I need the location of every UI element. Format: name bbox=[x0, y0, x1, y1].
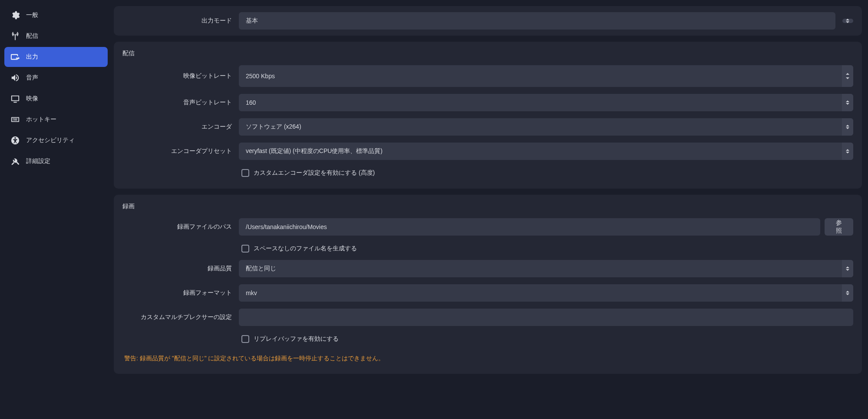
encoder-preset-stepper[interactable] bbox=[842, 143, 853, 160]
chevron-up-icon bbox=[846, 291, 849, 293]
output-mode-stepper[interactable] bbox=[842, 19, 853, 23]
muxer-settings-input[interactable] bbox=[239, 309, 853, 326]
chevron-down-icon bbox=[846, 152, 849, 153]
sidebar-item-label: 音声 bbox=[26, 74, 38, 82]
chevron-up-icon bbox=[846, 100, 849, 102]
video-bitrate-spinner[interactable]: 2500 Kbps bbox=[239, 65, 853, 87]
chevron-up-icon bbox=[846, 19, 849, 20]
sidebar-item-label: 映像 bbox=[26, 95, 38, 103]
audio-bitrate-label: 音声ビットレート bbox=[122, 99, 234, 106]
encoder-preset-select[interactable]: veryfast (既定値) (中程度のCPU使用率、標準品質) bbox=[239, 143, 853, 160]
sidebar-item-stream[interactable]: 配信 bbox=[4, 26, 108, 46]
settings-main: 出力モード 基本 配信 映像ビットレート 2500 Kbps bbox=[112, 0, 868, 419]
stream-section-title: 配信 bbox=[122, 50, 853, 57]
sidebar-item-video[interactable]: 映像 bbox=[4, 89, 108, 109]
nospace-filename-label: スペースなしのファイル名を生成する bbox=[254, 245, 357, 253]
sidebar-item-label: 配信 bbox=[26, 32, 38, 40]
chevron-down-icon bbox=[846, 77, 849, 79]
chevron-down-icon bbox=[846, 127, 849, 129]
chevron-down-icon bbox=[846, 269, 849, 271]
output-mode-select[interactable]: 基本 bbox=[239, 12, 835, 30]
antenna-icon bbox=[10, 31, 20, 41]
sidebar-item-hotkeys[interactable]: ホットキー bbox=[4, 110, 108, 130]
record-quality-label: 録画品質 bbox=[122, 265, 234, 273]
muxer-settings-label: カスタムマルチプレクサーの設定 bbox=[122, 313, 234, 321]
sidebar-item-label: 一般 bbox=[26, 11, 38, 19]
chevron-up-icon bbox=[846, 73, 849, 75]
sidebar-item-general[interactable]: 一般 bbox=[4, 5, 108, 25]
record-format-stepper[interactable] bbox=[842, 284, 853, 302]
monitor-icon bbox=[10, 94, 20, 103]
sidebar-item-label: 出力 bbox=[26, 53, 38, 61]
accessibility-icon bbox=[10, 136, 20, 145]
sidebar-item-accessibility[interactable]: アクセシビリティ bbox=[4, 130, 108, 150]
speaker-icon bbox=[10, 73, 20, 83]
chevron-up-icon bbox=[846, 125, 849, 126]
replay-buffer-label: リプレイバッファを有効にする bbox=[254, 335, 339, 343]
keyboard-icon bbox=[10, 115, 20, 124]
video-bitrate-label: 映像ビットレート bbox=[122, 72, 234, 80]
output-mode-label: 出力モード bbox=[122, 17, 234, 25]
sidebar-item-advanced[interactable]: 詳細設定 bbox=[4, 151, 108, 171]
stream-panel: 配信 映像ビットレート 2500 Kbps 音声ビットレート 160 bbox=[114, 42, 862, 189]
sidebar-item-label: 詳細設定 bbox=[26, 157, 50, 165]
chevron-up-icon bbox=[846, 149, 849, 151]
chevron-down-icon bbox=[846, 293, 849, 295]
output-icon bbox=[10, 52, 20, 62]
sidebar-item-audio[interactable]: 音声 bbox=[4, 68, 108, 88]
sidebar-item-label: ホットキー bbox=[26, 116, 56, 123]
tools-icon bbox=[10, 156, 20, 166]
encoder-stepper[interactable] bbox=[842, 118, 853, 136]
record-format-label: 録画フォーマット bbox=[122, 289, 234, 297]
video-bitrate-stepper[interactable] bbox=[842, 65, 853, 87]
settings-sidebar: 一般 配信 出力 音声 映像 ホットキー アクセシビリティ bbox=[0, 0, 112, 419]
record-section-title: 録画 bbox=[122, 203, 853, 210]
encoder-preset-label: エンコーダプリセット bbox=[122, 147, 234, 155]
nospace-filename-checkbox[interactable] bbox=[241, 245, 249, 253]
custom-encoder-checkbox[interactable] bbox=[241, 169, 249, 177]
chevron-down-icon bbox=[846, 103, 849, 105]
record-quality-stepper[interactable] bbox=[842, 260, 853, 277]
replay-buffer-checkbox[interactable] bbox=[241, 335, 249, 343]
record-quality-select[interactable]: 配信と同じ bbox=[239, 260, 853, 277]
record-path-input[interactable] bbox=[239, 218, 820, 236]
sidebar-item-output[interactable]: 出力 bbox=[4, 47, 108, 67]
audio-bitrate-stepper[interactable] bbox=[842, 94, 853, 111]
record-path-label: 録画ファイルのパス bbox=[122, 223, 234, 231]
custom-encoder-checkbox-label: カスタムエンコーダ設定を有効にする (高度) bbox=[254, 169, 375, 177]
gear-icon bbox=[10, 10, 20, 20]
chevron-up-icon bbox=[846, 266, 849, 268]
sidebar-item-label: アクセシビリティ bbox=[26, 136, 75, 144]
record-format-select[interactable]: mkv bbox=[239, 284, 853, 302]
recording-warning: 警告: 録画品質が "配信と同じ" に設定されている場合は録画を一時停止すること… bbox=[122, 350, 853, 364]
record-panel: 録画 録画ファイルのパス 参照 スペースなしのファイル名を生成する 録画品質 配… bbox=[114, 195, 862, 374]
browse-button[interactable]: 参照 bbox=[825, 218, 853, 236]
encoder-label: エンコーダ bbox=[122, 123, 234, 131]
output-mode-panel: 出力モード 基本 bbox=[114, 6, 862, 36]
audio-bitrate-select[interactable]: 160 bbox=[239, 94, 853, 111]
encoder-select[interactable]: ソフトウェア (x264) bbox=[239, 118, 853, 136]
chevron-down-icon bbox=[846, 21, 849, 23]
